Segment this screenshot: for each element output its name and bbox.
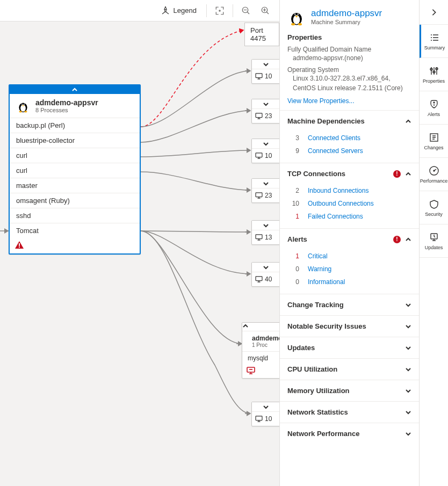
port-node[interactable]: Port 4475: [244, 23, 279, 46]
alert-rows: 1Critical0Warning0Informational: [280, 250, 419, 294]
server-group-node[interactable]: 10: [251, 402, 280, 426]
properties-icon: [429, 66, 439, 76]
metric-label[interactable]: Critical: [308, 252, 328, 260]
rail-item-updates[interactable]: Updates: [420, 224, 448, 258]
node-collapse-button[interactable]: [242, 323, 284, 331]
panel-title: admdemo-appsvr: [311, 8, 382, 19]
rail-item-summary[interactable]: Summary: [420, 25, 448, 58]
properties-block: Properties Fully Qualified Domain Name a…: [280, 30, 419, 110]
section-header[interactable]: Network Statistics: [280, 402, 419, 423]
metric-row[interactable]: 2Inbound Connections: [287, 184, 411, 197]
section-title: Alerts: [287, 235, 307, 243]
chevron-right-icon: [430, 9, 438, 16]
metric-row[interactable]: 9Connected Servers: [287, 144, 411, 157]
svg-point-30: [291, 23, 295, 25]
metric-count: 1: [287, 213, 299, 220]
section-title: Network Performance: [287, 430, 359, 438]
chevron-down-icon: [405, 409, 411, 416]
node-alert-indicator[interactable]: [242, 365, 284, 378]
section-header[interactable]: Machine Dependencies: [280, 111, 419, 132]
node-header: admdemo-appsvr 8 Processes: [10, 94, 140, 118]
rail-item-performance[interactable]: Performance: [420, 158, 448, 191]
section-header[interactable]: Alerts !: [280, 229, 419, 250]
node-alert-indicator[interactable]: [10, 238, 140, 253]
metric-label[interactable]: Failed Connections: [308, 213, 363, 220]
metric-count: 2: [287, 187, 299, 194]
metric-row[interactable]: 1Critical: [287, 250, 411, 263]
server-group-node[interactable]: 23: [251, 99, 280, 124]
node-expand-button[interactable]: [252, 60, 280, 69]
node-expand-button[interactable]: [252, 99, 280, 109]
legend-button[interactable]: Legend: [155, 2, 202, 19]
node-body: 13: [252, 230, 280, 244]
side-rail: SummaryPropertiesAlertsChangesPerformanc…: [419, 0, 448, 486]
server-group-node[interactable]: 23: [251, 178, 280, 203]
section-header[interactable]: TCP Connections !: [280, 163, 419, 184]
metric-row[interactable]: 3Connected Clients: [287, 132, 411, 144]
svg-rect-14: [256, 74, 262, 78]
panel-expand-button[interactable]: [420, 0, 448, 25]
process-item[interactable]: master: [10, 178, 140, 193]
server-group-node[interactable]: 40: [251, 262, 280, 287]
metric-count: 1: [287, 252, 299, 260]
process-item[interactable]: curl: [10, 148, 140, 163]
dependency-map-canvas[interactable]: Port 4475 admdemo-appsvr 8 Processes bac…: [0, 21, 279, 486]
metric-row[interactable]: 0Warning: [287, 263, 411, 275]
metric-row[interactable]: 0Informational: [287, 275, 411, 288]
metric-row[interactable]: 1Failed Connections: [287, 210, 411, 223]
section-header[interactable]: Updates: [280, 337, 419, 358]
chevron-down-icon: [263, 61, 269, 68]
metric-label[interactable]: Connected Clients: [308, 134, 360, 142]
metric-label[interactable]: Inbound Connections: [308, 187, 368, 194]
zoom-in-button[interactable]: [257, 2, 274, 19]
process-list: backup.pl (Perl)bluestripe-collectorcurl…: [10, 118, 140, 238]
section-header[interactable]: Notable Security Issues: [280, 316, 419, 337]
rail-item-security[interactable]: Security: [420, 191, 448, 224]
monitor-icon: [255, 113, 263, 119]
server-group-node[interactable]: 10: [251, 139, 280, 163]
view-more-properties-link[interactable]: View More Properties...: [287, 97, 411, 105]
section-header[interactable]: Network Performance: [280, 423, 419, 444]
process-item[interactable]: omsagent (Ruby): [10, 193, 140, 208]
rail-item-label: Security: [425, 212, 443, 217]
rail-item-properties[interactable]: Properties: [420, 58, 448, 91]
section-header[interactable]: CPU Utilization: [280, 359, 419, 380]
section-title: Machine Dependencies: [287, 117, 365, 125]
metric-count: 0: [287, 278, 299, 286]
metric-label[interactable]: Outbound Connections: [308, 200, 374, 207]
process-item[interactable]: curl: [10, 163, 140, 178]
rail-item-changes[interactable]: Changes: [420, 125, 448, 158]
node-expand-button[interactable]: [252, 402, 280, 412]
zoom-out-button[interactable]: [237, 2, 255, 19]
process-item[interactable]: Tomcat: [10, 223, 140, 238]
section-header[interactable]: Change Tracking: [280, 294, 419, 315]
rail-item-label: Performance: [420, 178, 448, 184]
metric-label[interactable]: Connected Servers: [308, 147, 363, 155]
server-group-node[interactable]: 10: [251, 59, 280, 84]
node-expand-button[interactable]: [252, 221, 280, 230]
fit-to-screen-button[interactable]: [211, 2, 228, 19]
machine-node-db[interactable]: admdemo 1 Proc mysqld: [242, 322, 285, 379]
fqdn-label: Fully Qualified Domain Name: [287, 46, 411, 53]
process-item[interactable]: mysqld: [242, 352, 284, 365]
process-item[interactable]: backup.pl (Perl): [10, 118, 140, 133]
rail-item-alerts[interactable]: Alerts: [420, 91, 448, 125]
metric-row[interactable]: 10Outbound Connections: [287, 197, 411, 210]
section-header[interactable]: Memory Utilization: [280, 380, 419, 401]
panel-header: admdemo-appsvr Machine Summary: [280, 0, 419, 30]
chevron-up-icon: [405, 118, 411, 125]
node-collapse-button[interactable]: [10, 85, 140, 94]
section-collapsed: Network Statistics: [280, 401, 419, 423]
metric-count: 3: [287, 134, 299, 142]
process-item[interactable]: sshd: [10, 208, 140, 223]
metric-label[interactable]: Informational: [308, 278, 345, 286]
node-expand-button[interactable]: [252, 139, 280, 149]
fqdn-value: admdemo-appsvr.(none): [287, 53, 411, 63]
node-expand-button[interactable]: [252, 179, 280, 188]
server-group-node[interactable]: 13: [251, 220, 280, 245]
node-expand-button[interactable]: [252, 263, 280, 272]
machine-node-appsvr[interactable]: admdemo-appsvr 8 Processes backup.pl (Pe…: [9, 84, 141, 255]
os-value: Linux 3.10.0-327.28.3.el7.x86_64, CentOS…: [287, 74, 411, 93]
process-item[interactable]: bluestripe-collector: [10, 133, 140, 148]
metric-label[interactable]: Warning: [308, 265, 331, 273]
